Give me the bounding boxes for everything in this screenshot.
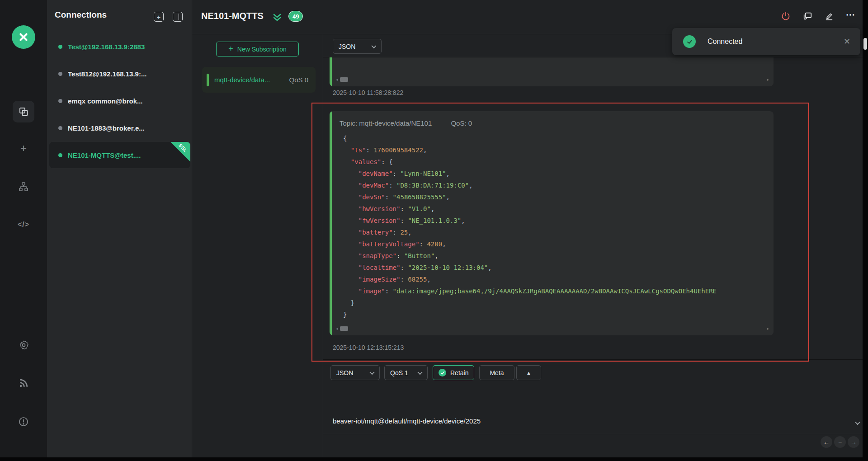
payload-format-select[interactable]: JSON [333, 39, 382, 54]
publish-topic-input[interactable]: beaver-iot/mqtt@default/mqtt-device/devi… [333, 417, 481, 425]
new-window-button[interactable] [802, 11, 813, 22]
format-value: JSON [339, 43, 355, 50]
scroll-left-icon[interactable]: ◂ [336, 327, 338, 331]
chevron-down-icon [369, 369, 374, 374]
history-back-button[interactable]: ← [821, 436, 832, 448]
more-options-button[interactable]: ⋯ [845, 11, 856, 22]
connection-label: Test812@192.168.13.9:... [68, 70, 146, 78]
publish-bar: JSON QoS 1 Retain Meta ▲ beaver-iot/mqtt… [323, 359, 868, 461]
layout-icon [179, 14, 181, 20]
add-connection-button[interactable]: + [154, 12, 164, 22]
message-qos: QoS: 0 [451, 119, 472, 127]
sidebar-item-topic-tree[interactable] [0, 176, 47, 198]
chevron-down-icon [371, 43, 376, 48]
status-dot [58, 45, 62, 49]
connection-item[interactable]: emqx common@brok... [49, 88, 190, 114]
alert-circle-icon [18, 416, 29, 427]
message-topic: Topic: mqtt-device/data/NE101 [340, 119, 432, 127]
subscription-qos: QoS 0 [289, 76, 308, 84]
connection-label: NE101-1883@broker.e... [68, 124, 145, 132]
pencil-icon [824, 11, 834, 21]
payload-code: { "ts": 1760069584522, "values": { "devN… [330, 127, 774, 320]
success-check-icon [683, 35, 696, 48]
mqttx-logo-icon [17, 30, 30, 44]
sidebar-item-new-connection[interactable]: + [0, 137, 47, 159]
collapse-all-icon[interactable] [272, 12, 283, 23]
plus-icon: + [20, 143, 27, 154]
publish-qos-select[interactable]: QoS 1 [384, 365, 428, 380]
subscription-item[interactable]: mqtt-device/data... QoS 0 [202, 67, 316, 93]
connection-item[interactable]: Test@192.168.13.9:2883 [49, 33, 190, 60]
connection-item-selected[interactable]: NE101-MQTTS@test.... SSL [49, 142, 190, 168]
mqttx-logo[interactable] [12, 25, 35, 49]
connections-title: Connections [55, 10, 107, 20]
subscription-topic: mqtt-device/data... [214, 76, 270, 84]
ellipsis-icon: ⋯ [846, 9, 856, 20]
message-color-bar [330, 111, 332, 335]
disconnect-button[interactable] [780, 11, 791, 22]
publish-format-select[interactable]: JSON [330, 365, 380, 380]
divider [323, 434, 868, 434]
scroll-left-icon[interactable]: ◂ [336, 78, 338, 82]
message-topic-line: Topic: mqtt-device/data/NE101 QoS: 0 [330, 111, 774, 127]
check-circle-icon [439, 369, 446, 376]
sidebar-item-about[interactable] [0, 411, 47, 433]
sitemap-icon [18, 181, 29, 192]
sidebar-item-connections[interactable] [0, 101, 47, 122]
connections-icon [18, 106, 29, 117]
meta-label: Meta [490, 369, 504, 376]
status-dot [58, 153, 62, 157]
connection-label: Test@192.168.13.9:2883 [68, 43, 145, 51]
sidebar-item-settings[interactable] [0, 334, 47, 356]
status-dot [58, 126, 62, 130]
window-vertical-scrollbar[interactable] [863, 0, 868, 461]
scroll-right-icon[interactable]: ▸ [767, 327, 769, 331]
horizontal-scrollbar[interactable]: ◂ ▸ [336, 326, 769, 331]
new-subscription-button[interactable]: + New Subscription [216, 42, 299, 56]
code-icon: </> [18, 221, 29, 229]
status-dot [58, 99, 62, 103]
retain-toggle[interactable]: Retain [433, 365, 474, 380]
scrollbar-thumb[interactable] [863, 38, 867, 50]
scroll-thumb[interactable] [340, 326, 348, 331]
sidebar-item-log[interactable] [0, 372, 47, 394]
message-color-bar [330, 57, 332, 86]
history-forward-button[interactable]: → [848, 436, 859, 448]
rss-icon [19, 378, 28, 388]
history-minus-button[interactable]: − [834, 436, 846, 448]
connection-label: NE101-MQTTS@test.... [68, 151, 141, 159]
subscription-color-bar [207, 74, 209, 86]
scroll-right-icon[interactable]: ▸ [767, 78, 769, 82]
message-timestamp: 2025-10-10 11:58:28:822 [333, 89, 403, 96]
messages-pane: JSON } ◂ ▸ 2025-10-10 11:58:28:822 Topic… [323, 34, 868, 461]
sidebar-item-script[interactable]: </> [0, 214, 47, 235]
message-card-partial[interactable]: } ◂ ▸ [330, 57, 774, 86]
chevron-down-icon[interactable] [855, 420, 860, 425]
chat-bubbles-icon [802, 11, 812, 21]
new-subscription-label: New Subscription [237, 46, 287, 53]
activity-bar: + </> [0, 0, 47, 461]
messages-list: } ◂ ▸ 2025-10-10 11:58:28:822 Topic: mqt… [323, 57, 868, 359]
meta-button[interactable]: Meta [479, 365, 514, 380]
horizontal-scrollbar[interactable]: ◂ ▸ [336, 77, 769, 82]
publish-format-value: JSON [336, 369, 353, 376]
message-count-badge: 49 [288, 11, 303, 22]
close-icon[interactable]: ✕ [844, 37, 850, 47]
scroll-thumb[interactable] [340, 77, 348, 82]
triangle-up-icon: ▲ [526, 370, 531, 376]
collapse-panel-button[interactable] [173, 12, 183, 22]
gear-icon [19, 340, 29, 350]
collapse-publish-button[interactable]: ▲ [516, 365, 541, 380]
page-title: NE101-MQTTS [201, 11, 264, 21]
edit-button[interactable] [824, 11, 835, 22]
connection-item[interactable]: Test812@192.168.13.9:... [49, 61, 190, 87]
publish-qos-value: QoS 1 [390, 369, 408, 376]
window-horizontal-scrollbar[interactable] [0, 457, 868, 461]
retain-label: Retain [450, 369, 468, 376]
toast-message: Connected [708, 38, 742, 46]
connection-item[interactable]: NE101-1883@broker.e... [49, 115, 190, 141]
chevron-down-icon [417, 369, 422, 374]
status-dot [58, 72, 62, 76]
message-card[interactable]: Topic: mqtt-device/data/NE101 QoS: 0 { "… [330, 111, 774, 335]
power-icon [781, 11, 791, 21]
